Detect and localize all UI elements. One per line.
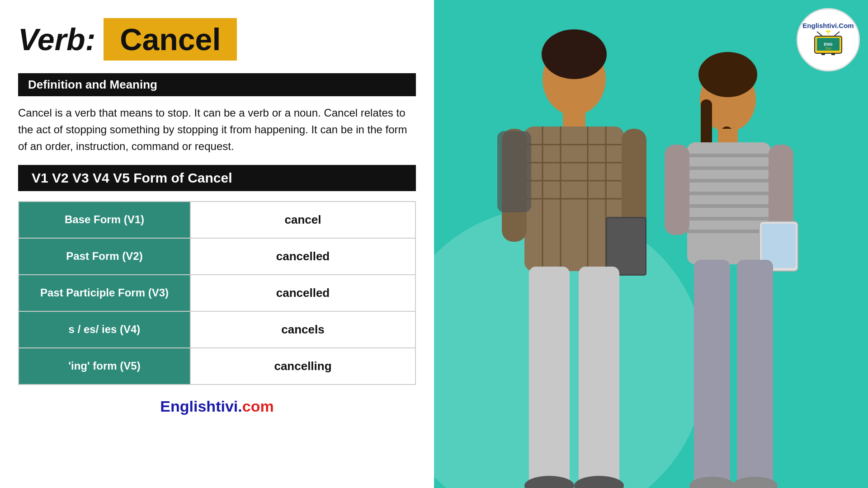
right-panel: Englishtivi.Com ENG TIVI xyxy=(434,0,868,488)
verb-word-box: Cancel xyxy=(104,18,237,61)
svg-rect-30 xyxy=(497,131,531,212)
svg-line-5 xyxy=(834,32,840,36)
form-label: 'ing' form (V5) xyxy=(19,348,190,385)
brand-red-text: com xyxy=(242,398,274,415)
svg-rect-48 xyxy=(694,260,730,488)
svg-rect-35 xyxy=(718,129,738,145)
svg-rect-7 xyxy=(831,53,835,55)
svg-rect-39 xyxy=(687,179,771,183)
brand-dot: . xyxy=(238,398,242,415)
verb-forms-table: Base Form (V1)cancelPast Form (V2)cancel… xyxy=(18,201,416,385)
form-value: cancelling xyxy=(190,348,415,385)
table-row: Past Participle Form (V3)cancelled xyxy=(19,275,415,311)
definition-heading: Definition and Meaning xyxy=(28,78,157,91)
definition-heading-box: Definition and Meaning xyxy=(18,73,416,96)
svg-rect-38 xyxy=(687,166,771,170)
svg-rect-37 xyxy=(687,154,771,157)
form-label: Past Participle Form (V3) xyxy=(19,275,190,311)
svg-point-32 xyxy=(698,52,757,97)
svg-text:TIVI: TIVI xyxy=(826,47,831,50)
svg-rect-40 xyxy=(687,192,771,195)
title-row: Verb: Cancel xyxy=(18,18,416,61)
svg-point-11 xyxy=(542,29,607,79)
form-value: cancels xyxy=(190,311,415,348)
svg-point-8 xyxy=(826,31,831,33)
logo-circle: Englishtivi.Com ENG TIVI xyxy=(797,8,860,71)
form-value: cancelled xyxy=(190,275,415,311)
brand-dark-text: Englishtivi xyxy=(160,398,238,415)
svg-rect-12 xyxy=(563,111,585,129)
svg-line-4 xyxy=(817,32,822,36)
svg-rect-25 xyxy=(607,218,645,274)
left-panel: Verb: Cancel Definition and Meaning Canc… xyxy=(0,0,434,488)
table-row: 'ing' form (V5)cancelling xyxy=(19,348,415,385)
v-form-heading-box: V1 V2 V3 V4 V5 Form of Cancel xyxy=(18,165,416,191)
svg-rect-44 xyxy=(665,145,689,235)
table-row: Base Form (V1)cancel xyxy=(19,202,415,238)
logo-site-name: Englishtivi.Com xyxy=(802,22,854,30)
tv-icon: ENG TIVI xyxy=(812,31,844,56)
table-row: Past Form (V2)cancelled xyxy=(19,238,415,275)
svg-rect-41 xyxy=(687,204,771,208)
form-label: s / es/ ies (V4) xyxy=(19,311,190,348)
svg-rect-26 xyxy=(529,267,570,488)
svg-rect-23 xyxy=(622,129,646,228)
svg-rect-43 xyxy=(687,230,771,233)
verb-prefix-label: Verb: xyxy=(18,22,95,57)
form-value: cancelled xyxy=(190,238,415,275)
form-label: Base Form (V1) xyxy=(19,202,190,238)
footer-brand: Englishtivi.com xyxy=(18,398,416,415)
verb-word: Cancel xyxy=(120,22,221,56)
table-row: s / es/ ies (V4)cancels xyxy=(19,311,415,348)
svg-text:ENG: ENG xyxy=(824,42,833,47)
svg-rect-36 xyxy=(687,142,771,264)
svg-rect-6 xyxy=(821,53,825,55)
form-label: Past Form (V2) xyxy=(19,238,190,275)
svg-rect-42 xyxy=(687,217,771,221)
students-illustration xyxy=(434,0,868,488)
svg-rect-49 xyxy=(737,260,773,488)
form-value: cancel xyxy=(190,202,415,238)
v-form-heading: V1 V2 V3 V4 V5 Form of Cancel xyxy=(32,170,232,185)
definition-text: Cancel is a verb that means to stop. It … xyxy=(18,104,416,155)
svg-rect-27 xyxy=(579,267,619,488)
